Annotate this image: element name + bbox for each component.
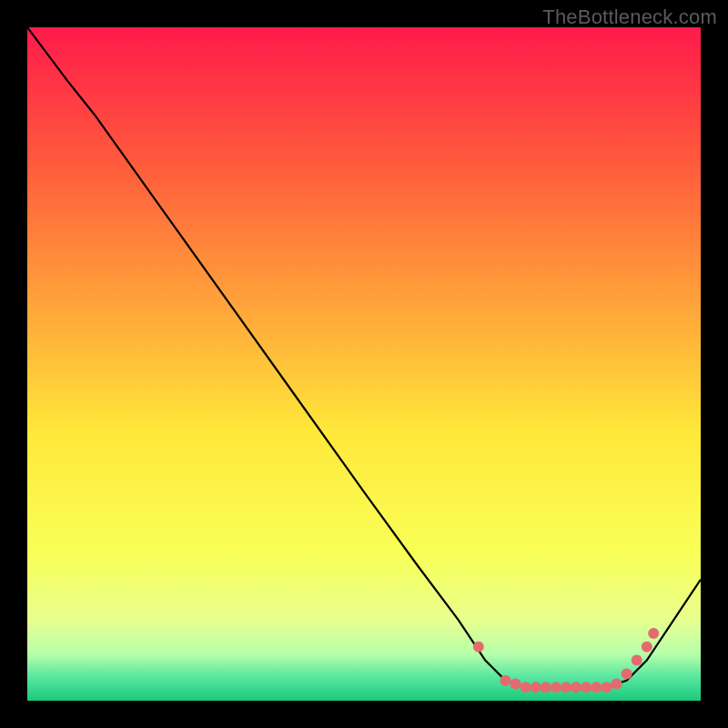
chart-svg [27,27,701,701]
marker-dot [648,628,659,639]
watermark-text: TheBottleneck.com [542,5,717,29]
marker-dot [473,642,484,652]
marker-dot [622,668,632,679]
marker-dot [500,675,511,686]
gradient-background [27,27,701,701]
plot-area [27,27,701,701]
marker-dot [612,679,622,690]
marker-dot [642,642,652,652]
marker-dot [571,682,581,693]
marker-dot [632,655,642,666]
chart-frame: TheBottleneck.com [0,0,728,728]
marker-dot [551,682,561,693]
marker-dot [561,682,571,693]
marker-dot [521,682,531,693]
marker-dot [511,679,521,690]
marker-dot [541,682,551,693]
marker-dot [581,682,592,693]
marker-dot [531,682,541,693]
marker-dot [591,682,602,693]
marker-dot [601,682,612,693]
